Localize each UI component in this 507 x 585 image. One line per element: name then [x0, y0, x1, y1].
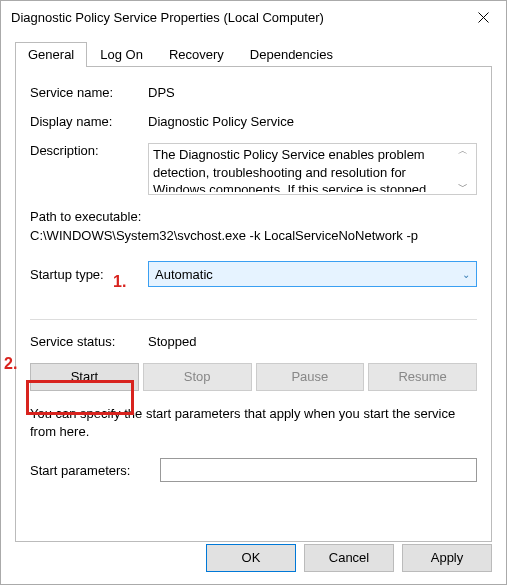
scroll-up-icon[interactable]: ︿: [458, 146, 468, 156]
tab-general[interactable]: General: [15, 42, 87, 67]
startup-type-select[interactable]: Automatic ⌄: [148, 261, 477, 287]
path-value: C:\WINDOWS\System32\svchost.exe -k Local…: [30, 228, 477, 243]
display-name-value: Diagnostic Policy Service: [148, 114, 477, 129]
path-label: Path to executable:: [30, 209, 477, 224]
display-name-label: Display name:: [30, 114, 148, 129]
apply-button[interactable]: Apply: [402, 544, 492, 572]
close-button[interactable]: [460, 1, 506, 33]
startup-type-label: Startup type:: [30, 267, 148, 282]
stop-button: Stop: [143, 363, 252, 391]
titlebar: Diagnostic Policy Service Properties (Lo…: [1, 1, 506, 33]
resume-button: Resume: [368, 363, 477, 391]
tab-strip: General Log On Recovery Dependencies: [15, 41, 492, 67]
start-button[interactable]: Start: [30, 363, 139, 391]
dialog-buttons: OK Cancel Apply: [206, 544, 492, 572]
pause-button: Pause: [256, 363, 365, 391]
content-area: General Log On Recovery Dependencies Ser…: [1, 33, 506, 542]
properties-window: Diagnostic Policy Service Properties (Lo…: [0, 0, 507, 585]
service-control-buttons: Start Stop Pause Resume: [30, 363, 477, 391]
ok-button[interactable]: OK: [206, 544, 296, 572]
tab-recovery[interactable]: Recovery: [156, 42, 237, 67]
service-name-value: DPS: [148, 85, 477, 100]
start-params-label: Start parameters:: [30, 463, 160, 478]
window-title: Diagnostic Policy Service Properties (Lo…: [11, 10, 460, 25]
chevron-down-icon: ⌄: [462, 269, 470, 280]
service-status-label: Service status:: [30, 334, 148, 349]
close-icon: [478, 12, 489, 23]
description-text: The Diagnostic Policy Service enables pr…: [153, 146, 454, 192]
start-params-hint: You can specify the start parameters tha…: [30, 405, 477, 440]
tab-dependencies[interactable]: Dependencies: [237, 42, 346, 67]
start-params-input[interactable]: [160, 458, 477, 482]
service-name-label: Service name:: [30, 85, 148, 100]
description-scrollbar[interactable]: ︿ ﹀: [454, 146, 472, 192]
service-status-value: Stopped: [148, 334, 477, 349]
tab-logon[interactable]: Log On: [87, 42, 156, 67]
scroll-down-icon[interactable]: ﹀: [458, 182, 468, 192]
cancel-button[interactable]: Cancel: [304, 544, 394, 572]
divider: [30, 319, 477, 320]
description-label: Description:: [30, 143, 148, 195]
description-box: The Diagnostic Policy Service enables pr…: [148, 143, 477, 195]
startup-type-value: Automatic: [155, 267, 213, 282]
tab-panel-general: Service name: DPS Display name: Diagnost…: [15, 67, 492, 542]
